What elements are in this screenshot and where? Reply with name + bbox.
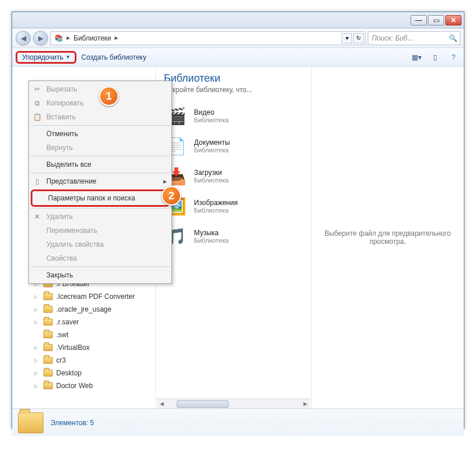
scroll-thumb[interactable]	[177, 400, 229, 408]
copy-icon: ⧉	[32, 99, 42, 107]
search-icon[interactable]: 🔍	[449, 34, 457, 42]
library-item-pictures[interactable]: 🖼️ ИзображенияБиблиотека	[164, 191, 303, 221]
preview-pane: Выберите файл для предварительного просм…	[311, 67, 464, 408]
submenu-arrow-icon: ▶	[163, 179, 167, 184]
tree-item[interactable]: ▷Doctor Web	[12, 379, 155, 392]
scroll-right-icon[interactable]: ▶	[301, 400, 310, 408]
library-item-music[interactable]: 🎵 МузыкаБиблиотека	[164, 221, 303, 251]
tree-item[interactable]: ▷cr3	[12, 354, 155, 367]
crumb-sep-icon: ▶	[115, 35, 118, 41]
library-item-video[interactable]: 🎬 ВидеоБиблиотека	[164, 101, 303, 131]
forward-button[interactable]: ▶	[33, 31, 48, 46]
close-button[interactable]: ✕	[445, 15, 462, 25]
address-bar[interactable]: 📚 ▶ Библиотеки ▶ ▾ ↻	[50, 31, 365, 45]
annotation-badge-1: 1	[99, 86, 119, 106]
minimize-button[interactable]: —	[411, 15, 427, 25]
horizontal-scrollbar[interactable]: ◀ ▶	[157, 399, 310, 408]
addr-dropdown-button[interactable]: ▾	[342, 33, 352, 43]
menu-remove-props[interactable]: Удалить свойства	[29, 238, 171, 251]
tree-item[interactable]: .swt	[12, 328, 155, 341]
view-options-button[interactable]: ▦▾	[409, 51, 423, 64]
menu-redo[interactable]: Вернуть	[29, 141, 171, 155]
refresh-button[interactable]: ↻	[353, 33, 364, 43]
page-subtitle: Откройте библиотеку, что...	[164, 86, 303, 94]
breadcrumb-libraries[interactable]: Библиотеки	[74, 34, 111, 42]
heading: Библиотеки Откройте библиотеку, что...	[156, 67, 311, 97]
status-text: Элементов: 5	[50, 419, 94, 427]
scroll-left-icon[interactable]: ◀	[157, 400, 166, 408]
tree-item[interactable]: ▷.Icecream PDF Converter	[12, 290, 155, 303]
toolbar: Упорядочить ▼ Создать библиотеку ▦▾ ▯ ?	[12, 48, 464, 67]
organize-menu: ✂Вырезать ⧉Копировать 📋Вставить Отменить…	[28, 81, 172, 284]
folder-icon	[43, 382, 53, 389]
folder-icon	[43, 331, 53, 338]
menu-paste[interactable]: 📋Вставить	[29, 110, 171, 124]
preview-placeholder: Выберите файл для предварительного просм…	[318, 229, 457, 246]
back-button[interactable]: ◀	[16, 31, 31, 46]
menu-close[interactable]: Закрыть	[29, 268, 171, 282]
delete-icon: ✕	[32, 213, 42, 221]
menu-delete[interactable]: ✕Удалить	[29, 210, 171, 224]
menu-select-all[interactable]: Выделить все	[29, 158, 171, 171]
libraries-icon: 📚	[54, 34, 63, 42]
chevron-down-icon: ▼	[65, 54, 70, 60]
organize-label: Упорядочить	[22, 53, 63, 61]
status-bar: Элементов: 5	[12, 408, 464, 436]
folder-icon	[43, 344, 53, 351]
annotation-badge-2: 2	[162, 186, 181, 206]
folder-icon	[43, 293, 53, 300]
organize-button[interactable]: Упорядочить ▼	[16, 51, 76, 64]
tree-item[interactable]: ▷.r.saver	[12, 316, 155, 328]
library-item-downloads[interactable]: 📥 ЗагрузкиБиблиотека	[164, 161, 303, 191]
tree-item[interactable]: ▷Desktop	[12, 367, 155, 379]
paste-icon: 📋	[32, 113, 42, 121]
preview-pane-button[interactable]: ▯	[428, 51, 442, 64]
folder-icon	[43, 319, 53, 326]
menu-rename[interactable]: Переименовать	[29, 224, 171, 238]
search-input[interactable]: Поиск: Биб… 🔍	[368, 31, 460, 45]
main-panel: Библиотеки Откройте библиотеку, что... 🎬…	[156, 67, 311, 408]
crumb-sep-icon: ▶	[67, 35, 70, 41]
menu-properties[interactable]: Свойства	[29, 251, 171, 265]
folder-icon	[43, 370, 53, 377]
titlebar: — ▭ ✕	[12, 12, 464, 28]
tree-item[interactable]: ▷.VirtualBox	[12, 341, 155, 354]
folder-icon	[43, 306, 53, 313]
page-title: Библиотеки	[164, 72, 303, 85]
folder-icon	[43, 357, 53, 364]
library-item-documents[interactable]: 📄 ДокументыБиблиотека	[164, 131, 303, 161]
search-placeholder: Поиск: Биб…	[372, 34, 415, 42]
menu-folder-options[interactable]: Параметры папок и поиска	[32, 191, 168, 205]
menu-undo[interactable]: Отменить	[29, 127, 171, 141]
nav-bar: ◀ ▶ 📚 ▶ Библиотеки ▶ ▾ ↻ Поиск: Биб… 🔍	[12, 28, 464, 48]
layout-icon: ▯	[32, 177, 42, 185]
explorer-window: — ▭ ✕ ◀ ▶ 📚 ▶ Библиотеки ▶ ▾ ↻ Поиск: Би…	[12, 12, 464, 429]
tree-item[interactable]: ▷.oracle_jre_usage	[12, 303, 155, 316]
new-library-button[interactable]: Создать библиотеку	[81, 53, 146, 61]
cut-icon: ✂	[32, 85, 42, 93]
help-button[interactable]: ?	[446, 51, 460, 64]
menu-layout[interactable]: ▯Представление▶	[29, 174, 171, 188]
status-folder-icon	[18, 412, 43, 433]
maximize-button[interactable]: ▭	[428, 15, 444, 25]
library-list: 🎬 ВидеоБиблиотека 📄 ДокументыБиблиотека …	[156, 97, 311, 255]
